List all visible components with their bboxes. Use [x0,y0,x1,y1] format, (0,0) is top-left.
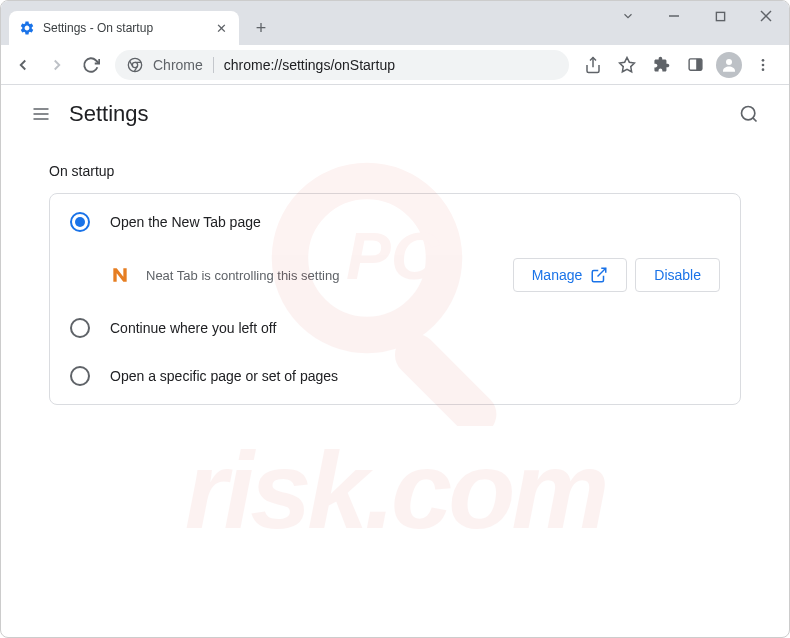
main-content: On startup Open the New Tab page Neat Ta… [1,143,789,425]
browser-tab[interactable]: Settings - On startup ✕ [9,11,239,45]
address-bar[interactable]: Chrome chrome://settings/onStartup [115,50,569,80]
minimize-button[interactable] [651,1,697,31]
radio-icon[interactable] [70,366,90,386]
svg-line-24 [753,118,757,122]
svg-rect-15 [696,59,702,70]
option-open-new-tab[interactable]: Open the New Tab page [50,198,740,246]
option-label: Open a specific page or set of pages [110,368,338,384]
omnibox-divider [213,57,214,73]
tab-title: Settings - On startup [43,21,213,35]
close-tab-icon[interactable]: ✕ [213,20,229,36]
page-title: Settings [69,101,149,127]
option-open-specific-pages[interactable]: Open a specific page or set of pages [50,352,740,400]
sidepanel-icon[interactable] [679,49,711,81]
extension-controlled-row: Neat Tab is controlling this setting Man… [50,246,740,304]
avatar-icon [716,52,742,78]
omnibox-scheme: Chrome [153,57,203,73]
external-link-icon [590,266,608,284]
kebab-menu-icon[interactable] [747,49,779,81]
svg-point-17 [762,59,765,62]
svg-line-25 [598,268,606,276]
extension-logo-icon [110,265,130,285]
close-window-button[interactable] [743,1,789,31]
gear-icon [19,20,35,36]
section-title: On startup [49,163,741,179]
maximize-button[interactable] [697,1,743,31]
disable-button[interactable]: Disable [635,258,720,292]
window-controls [605,1,789,31]
reload-button[interactable] [75,49,107,81]
hamburger-menu-icon[interactable] [21,94,61,134]
omnibox-url: chrome://settings/onStartup [224,57,395,73]
back-button[interactable] [7,49,39,81]
profile-button[interactable] [713,49,745,81]
new-tab-button[interactable]: + [247,14,275,42]
radio-icon[interactable] [70,212,90,232]
share-icon[interactable] [577,49,609,81]
svg-point-23 [742,107,755,120]
startup-options-card: Open the New Tab page Neat Tab is contro… [49,193,741,405]
svg-rect-4 [716,12,724,20]
settings-header: Settings [1,85,789,143]
option-continue-where-left-off[interactable]: Continue where you left off [50,304,740,352]
svg-marker-13 [620,57,635,71]
svg-point-19 [762,68,765,71]
option-label: Open the New Tab page [110,214,261,230]
manage-label: Manage [532,267,583,283]
window-titlebar: Settings - On startup ✕ + [1,1,789,45]
tab-search-icon[interactable] [605,1,651,31]
chrome-icon [127,57,143,73]
svg-point-16 [726,59,732,65]
radio-icon[interactable] [70,318,90,338]
extensions-icon[interactable] [645,49,677,81]
forward-button[interactable] [41,49,73,81]
watermark-text: risk.com [185,426,605,553]
manage-button[interactable]: Manage [513,258,628,292]
svg-point-18 [762,63,765,66]
bookmark-icon[interactable] [611,49,643,81]
disable-label: Disable [654,267,701,283]
search-settings-button[interactable] [729,94,769,134]
controlled-message: Neat Tab is controlling this setting [146,268,513,283]
browser-toolbar: Chrome chrome://settings/onStartup [1,45,789,85]
option-label: Continue where you left off [110,320,276,336]
